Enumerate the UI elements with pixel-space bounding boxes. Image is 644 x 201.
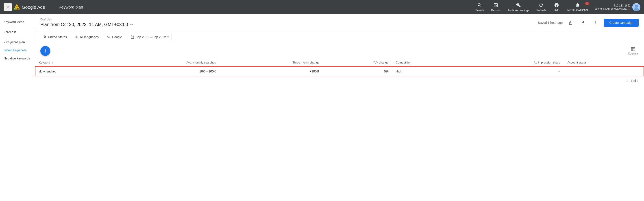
sidebar: Keyword ideas Forecast ▾ Keyword plan Sa… bbox=[0, 14, 35, 201]
calendar-icon bbox=[130, 35, 134, 39]
pagination: 1 - 1 of 1 bbox=[35, 76, 644, 85]
table-area: Columns Keyword ↑ Avg. monthly searches bbox=[35, 43, 644, 85]
brand-name: Google Ads bbox=[22, 5, 45, 10]
cell-keyword: down jacket bbox=[35, 67, 108, 76]
filter-bar: United States All languages Google Sep 2… bbox=[35, 31, 644, 43]
user-section[interactable]: 710-133-1652 yevheniia.khromova@serankin… bbox=[595, 3, 640, 11]
pagination-label: 1 - 1 of 1 bbox=[626, 79, 638, 82]
sidebar-label-saved-keywords: Saved keywords bbox=[4, 48, 27, 52]
refresh-nav-label: Refresh bbox=[536, 9, 546, 12]
sidebar-item-keyword-ideas[interactable]: Keyword ideas bbox=[0, 18, 35, 26]
reports-nav-icon bbox=[493, 3, 498, 8]
help-nav-label: Help bbox=[554, 9, 560, 12]
columns-button[interactable]: Columns bbox=[628, 47, 638, 55]
cell-account-status bbox=[564, 67, 644, 76]
sidebar-item-saved-keywords[interactable]: Saved keywords bbox=[0, 46, 35, 54]
top-nav: ✕ Google Ads Keyword plan Search bbox=[0, 0, 644, 14]
help-nav-icon bbox=[554, 3, 559, 8]
tools-nav-label: Tools and settings bbox=[508, 9, 529, 12]
user-email: yevheniia.khromova@serankin... bbox=[595, 7, 630, 10]
table-row[interactable]: down jacket 10K – 100K +900% 0% High – bbox=[35, 67, 644, 76]
col-three-month-label: Three month change bbox=[292, 61, 319, 64]
col-competition[interactable]: Competition bbox=[392, 58, 461, 67]
avatar-image bbox=[632, 3, 640, 11]
sidebar-label-negative-keywords: Negative keywords bbox=[4, 56, 30, 60]
cell-competition: High bbox=[392, 67, 461, 76]
col-account-status-label: Account status bbox=[567, 61, 586, 64]
refresh-nav-button[interactable]: Refresh bbox=[533, 1, 549, 13]
edit-plan-icon[interactable]: ✏ bbox=[130, 22, 133, 27]
nav-actions: Search Reports Tools and settings Refres… bbox=[472, 1, 591, 13]
col-three-month[interactable]: Three month change bbox=[219, 58, 323, 67]
search-nav-button[interactable]: Search bbox=[472, 1, 487, 13]
plan-header-right: Saved 1 hour ago Create campaign bbox=[538, 18, 638, 27]
nav-divider bbox=[53, 4, 53, 11]
arrow-down-icon: ▾ bbox=[4, 40, 5, 44]
search-engine-icon bbox=[107, 35, 110, 39]
reports-nav-button[interactable]: Reports bbox=[488, 1, 504, 13]
col-avg-monthly[interactable]: Avg. monthly searches bbox=[108, 58, 219, 67]
location-icon bbox=[43, 35, 47, 39]
sidebar-divider-1 bbox=[0, 27, 35, 27]
google-ads-logo: Google Ads bbox=[14, 4, 45, 10]
col-yoy-label: YoY change bbox=[373, 61, 388, 64]
plan-title-text: Plan from Oct 20, 2022, 11 AM, GMT+03:00 bbox=[40, 22, 128, 27]
sidebar-item-keyword-plan[interactable]: ▾ Keyword plan bbox=[0, 38, 35, 46]
date-range-filter[interactable]: Sep 2021 – Sep 2022 ▾ bbox=[128, 34, 172, 40]
cell-avg-monthly: 10K – 100K bbox=[108, 67, 219, 76]
col-ad-impression[interactable]: Ad impression share bbox=[461, 58, 564, 67]
download-button[interactable] bbox=[579, 18, 588, 27]
col-yoy[interactable]: YoY change bbox=[323, 58, 392, 67]
location-filter[interactable]: United States bbox=[40, 34, 70, 40]
svg-point-4 bbox=[14, 8, 16, 10]
notifications-nav-icon bbox=[575, 3, 580, 8]
col-keyword[interactable]: Keyword ↑ bbox=[35, 58, 108, 67]
columns-label: Columns bbox=[628, 52, 638, 55]
location-filter-label: United States bbox=[48, 35, 67, 39]
add-keyword-button[interactable] bbox=[40, 46, 50, 56]
share-icon bbox=[568, 20, 573, 25]
search-nav-icon bbox=[477, 3, 482, 8]
search-nav-label: Search bbox=[476, 9, 484, 12]
more-options-button[interactable] bbox=[591, 18, 600, 27]
notifications-nav-label: NOTIFICATIONS bbox=[567, 9, 588, 12]
sidebar-label-forecast: Forecast bbox=[4, 30, 16, 34]
sidebar-divider-2 bbox=[0, 37, 35, 37]
user-phone: 710-133-1652 bbox=[614, 4, 630, 7]
plan-title: Plan from Oct 20, 2022, 11 AM, GMT+03:00… bbox=[40, 22, 133, 27]
ads-logo-icon bbox=[14, 4, 20, 10]
table-body: down jacket 10K – 100K +900% 0% High – bbox=[35, 67, 644, 76]
search-engine-filter[interactable]: Google bbox=[104, 34, 125, 40]
help-nav-button[interactable]: Help bbox=[550, 1, 563, 13]
date-range-label: Sep 2021 – Sep 2022 bbox=[136, 35, 166, 39]
reports-nav-label: Reports bbox=[491, 9, 500, 12]
cell-three-month: +900% bbox=[219, 67, 323, 76]
notification-badge: 1 bbox=[585, 2, 589, 6]
close-button[interactable]: ✕ bbox=[4, 3, 12, 11]
col-account-status[interactable]: Account status bbox=[564, 58, 644, 67]
col-avg-monthly-label: Avg. monthly searches bbox=[186, 61, 216, 64]
share-button[interactable] bbox=[566, 18, 575, 27]
table-header: Keyword ↑ Avg. monthly searches Three mo… bbox=[35, 58, 644, 67]
download-icon bbox=[581, 20, 586, 25]
col-keyword-label: Keyword bbox=[39, 61, 50, 64]
notifications-nav-button[interactable]: 1 NOTIFICATIONS bbox=[564, 1, 591, 13]
col-ad-impression-label: Ad impression share bbox=[534, 61, 560, 64]
language-filter[interactable]: All languages bbox=[72, 34, 101, 40]
search-engine-filter-label: Google bbox=[112, 35, 122, 39]
sidebar-item-forecast[interactable]: Forecast bbox=[0, 28, 35, 36]
tools-nav-button[interactable]: Tools and settings bbox=[504, 1, 532, 13]
user-avatar bbox=[632, 3, 640, 11]
draft-label: Draft plan bbox=[40, 18, 133, 21]
tools-nav-icon bbox=[516, 3, 521, 8]
col-competition-label: Competition bbox=[396, 61, 411, 64]
cell-yoy: 0% bbox=[323, 67, 392, 76]
language-icon bbox=[75, 35, 78, 39]
create-campaign-button[interactable]: Create campaign bbox=[604, 18, 638, 27]
more-options-icon bbox=[594, 20, 598, 25]
date-range-arrow-icon: ▾ bbox=[167, 35, 169, 39]
sidebar-label-keyword-plan: Keyword plan bbox=[6, 40, 25, 44]
columns-icon bbox=[631, 47, 636, 52]
sort-icon: ↑ bbox=[52, 61, 53, 64]
sidebar-item-negative-keywords[interactable]: Negative keywords bbox=[0, 54, 35, 62]
